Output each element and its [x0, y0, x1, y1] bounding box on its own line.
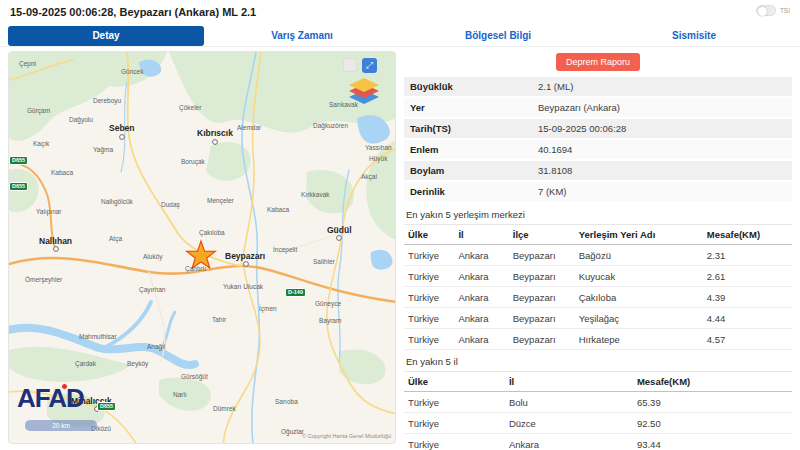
map-label: Beypazarı [225, 251, 265, 261]
tsi-toggle[interactable]: TSI [756, 5, 790, 16]
table-cell: Beypazarı [509, 266, 575, 287]
table-cell: Ankara [454, 329, 508, 350]
detail-label: Enlem [410, 144, 538, 155]
table-row: TürkiyeAnkaraBeypazarıYeşilağaç4.44 [404, 308, 792, 329]
table-cell: Yeşilağaç [575, 308, 703, 329]
table-cell: 93.44 [633, 434, 792, 450]
table-cell: Ankara [454, 266, 508, 287]
tsi-label: TSI [780, 7, 790, 14]
detail-row: Tarih(TS)15-09-2025 00:06:28 [404, 119, 792, 138]
toggle-switch[interactable] [756, 5, 776, 16]
map-label: Yalıpınar [36, 208, 62, 215]
detail-value: 7 (KM) [538, 186, 567, 197]
map-label: Tahir [212, 316, 226, 323]
map-label: Çayırhan [139, 286, 165, 293]
table-cell: Türkiye [404, 308, 454, 329]
afad-logo: AFAD [17, 385, 84, 411]
map-label: Çökeler [179, 104, 201, 111]
table-cell: Türkiye [404, 434, 505, 450]
table-row: TürkiyeDüzce92.50 [404, 413, 792, 434]
table-cell: Beypazarı [509, 308, 575, 329]
table-cell: Türkiye [404, 329, 454, 350]
afad-logo-dot [61, 383, 68, 390]
tab-varış-zamanı[interactable]: Varış Zamanı [204, 26, 400, 46]
tab-bölgesel-bilgi[interactable]: Bölgesel Bilgi [400, 26, 596, 46]
map-label: Yukarı Ulucak [223, 283, 263, 290]
map-label: Güncek [121, 68, 143, 75]
map-label: Salihler [313, 258, 335, 265]
map-label: Hüyük [369, 155, 387, 162]
map-label: Kıbrıscık [197, 128, 233, 138]
map-label: Mençeler [207, 197, 234, 204]
table-cell: Ankara [454, 287, 508, 308]
table-cell: Ankara [505, 434, 633, 450]
provinces-table: ÜlkeİlMesafe(KM)TürkiyeBolu65.39TürkiyeD… [404, 371, 792, 450]
detail-value: 15-09-2025 00:06:28 [538, 123, 626, 134]
detail-label: Derinlik [410, 186, 538, 197]
map-label: Nallıhan [39, 236, 72, 246]
town-marker-dot [244, 262, 249, 267]
map-label: Çakıloba [199, 229, 225, 236]
map-label: Çardak [75, 360, 96, 367]
map-label: Kabaca [51, 169, 73, 176]
map-label: Kaçık [33, 140, 49, 147]
table-row: TürkiyeAnkaraBeypazarıÇakıloba4.39 [404, 287, 792, 308]
map-label: Nallıgölcük [101, 198, 133, 205]
map-label: Dudaş [161, 201, 180, 208]
map-label: Kırkkavak [301, 191, 330, 198]
map-label: Gürçam [27, 107, 50, 114]
map-label: İçmen [259, 305, 277, 312]
layers-control-icon[interactable] [347, 78, 381, 108]
table-cell: Beypazarı [509, 287, 575, 308]
map-canvas[interactable]: ÇepniGüncekDereboyuÇökelerGürçamDağyoluS… [8, 51, 396, 444]
column-header: Mesafe(KM) [633, 372, 792, 392]
table-cell: 4.39 [703, 287, 792, 308]
map-label: Atça [109, 235, 122, 242]
map-label: Güdül [327, 225, 352, 235]
detail-panel: Deprem Raporu Büyüklük2.1 (ML)YerBeypaza… [404, 51, 792, 444]
map-label: Gürsöğüt [181, 373, 208, 380]
map-label: Yassıhan [365, 144, 392, 151]
column-header: İl [454, 225, 508, 245]
detail-row: YerBeypazarı (Ankara) [404, 98, 792, 117]
map-label: Narlı [173, 391, 187, 398]
detail-row: Boylam31.8108 [404, 161, 792, 180]
column-header: Ülke [404, 225, 454, 245]
map-label: Aluköy [143, 253, 163, 260]
table-cell: Kuyucak [575, 266, 703, 287]
map-control-button[interactable] [343, 58, 357, 72]
map-label: İncepelit [273, 246, 297, 253]
table-cell: Ankara [454, 245, 508, 266]
header: 15-09-2025 00:06:28, Beypazarı (Ankara) … [0, 0, 800, 24]
detail-row: Enlem40.1694 [404, 140, 792, 159]
table-cell: Bolu [505, 392, 633, 413]
detail-value: 2.1 (ML) [538, 81, 573, 92]
table-cell: Hırkatepe [575, 329, 703, 350]
table-row: TürkiyeAnkaraBeypazarıBağözü2.31 [404, 245, 792, 266]
map-label: Bayram [319, 317, 341, 324]
earthquake-report-button[interactable]: Deprem Raporu [556, 53, 640, 71]
settlements-section-title: En yakın 5 yerleşim merkezi [406, 209, 790, 220]
map-attribution: © Copyright Harita Genel Müdürlüğü [302, 433, 391, 439]
map-label: Akçal [361, 173, 377, 180]
table-cell: 65.39 [633, 392, 792, 413]
fullscreen-button[interactable]: ⤢ [362, 58, 377, 73]
town-marker-dot [120, 135, 125, 140]
earthquake-detail-page: 15-09-2025 00:06:28, Beypazarı (Ankara) … [0, 0, 800, 450]
table-cell: Türkiye [404, 392, 505, 413]
tab-sismisite[interactable]: Sismisite [596, 26, 792, 46]
table-row: TürkiyeAnkara93.44 [404, 434, 792, 450]
road-badge: D655 [97, 402, 116, 411]
map-label: Dereboyu [93, 97, 121, 104]
map-label: Çantırlı [185, 265, 206, 272]
table-row: TürkiyeAnkaraBeypazarıKuyucak2.61 [404, 266, 792, 287]
detail-row: Derinlik7 (KM) [404, 182, 792, 201]
column-header: İl [505, 372, 633, 392]
map-label: Mahmuthisar [79, 333, 117, 340]
tab-detay[interactable]: Detay [8, 26, 204, 46]
table-cell: 2.61 [703, 266, 792, 287]
map-label: Güneyce [315, 300, 341, 307]
detail-label: Boylam [410, 165, 538, 176]
map-label: Boruçak [181, 158, 205, 165]
table-cell: Türkiye [404, 245, 454, 266]
